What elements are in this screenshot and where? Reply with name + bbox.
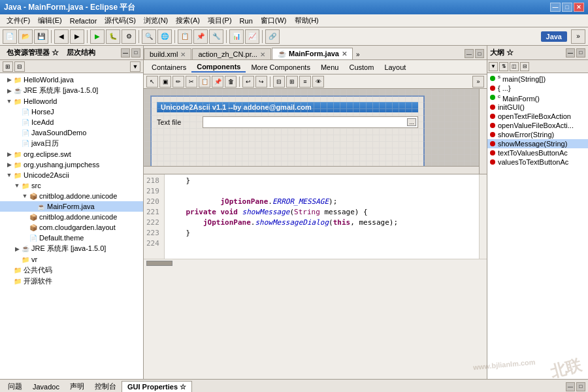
tree-item-javasound[interactable]: 📄 JavaSoundDemo — [0, 127, 143, 138]
tree-collapse-button[interactable]: ⊞ — [3, 61, 13, 72]
tab-gui-properties[interactable]: GUI Properties ☆ — [122, 381, 192, 393]
tb-back-button[interactable]: ◀ — [54, 29, 69, 44]
menu-search[interactable]: 搜索(A) — [172, 15, 204, 26]
code-hscroll[interactable] — [144, 259, 487, 267]
outline-texttovalues[interactable]: textToValuesButtonAc — [487, 148, 588, 157]
menu-run[interactable]: Run — [236, 16, 257, 25]
outline-sort-button[interactable]: ⇅ — [499, 62, 508, 71]
code-vscroll[interactable] — [479, 174, 487, 259]
designer-vscroll[interactable] — [479, 89, 487, 174]
tb-misc2-button[interactable]: 📌 — [193, 29, 208, 44]
panel-minimize-button[interactable]: — — [121, 48, 130, 57]
tree-item-cnitblog1[interactable]: ▼ 📦 cnitblog.addone.unicode — [0, 191, 143, 201]
tb-debug-button[interactable]: 🐛 — [106, 29, 120, 44]
panel-maximize-button[interactable]: □ — [131, 48, 140, 57]
tab-overflow-button[interactable]: » — [353, 50, 363, 59]
tb-run-button[interactable]: ▶ — [90, 29, 105, 44]
dt-delete-button[interactable]: 🗑 — [225, 76, 237, 88]
text-file-input[interactable]: ... — [203, 116, 418, 128]
tab-hierarchy[interactable]: 层次结构 — [63, 46, 99, 59]
dt-view-button[interactable]: 👁 — [312, 76, 324, 88]
outline-showmessage[interactable]: showMessage(String) — [487, 139, 588, 148]
menu-edit[interactable]: 编辑(E) — [34, 15, 66, 26]
menu-file[interactable]: 文件(F) — [3, 15, 34, 26]
tb-misc6-button[interactable]: 🔗 — [265, 29, 280, 44]
tree-item-eclipse-swt[interactable]: ▶ 📁 org.eclipse.swt — [0, 149, 143, 159]
designer-tab-layout[interactable]: Layout — [379, 63, 411, 72]
tree-item-helloworld[interactable]: ▶ 📁 HelloWorld.java — [0, 74, 143, 85]
designer-tab-more[interactable]: More Components — [246, 63, 316, 72]
menu-window[interactable]: 窗口(W) — [257, 15, 291, 26]
bottom-maximize-button[interactable]: □ — [576, 382, 585, 391]
outline-ctor[interactable]: c MainForm() — [487, 93, 588, 103]
tree-filter-button[interactable]: ▼ — [130, 61, 140, 72]
tree-item-opensource[interactable]: 📁 开源软件 — [0, 276, 143, 287]
dt-pencil-button[interactable]: ✏ — [172, 76, 184, 88]
tb-search-button[interactable]: 🔍 — [142, 29, 156, 44]
tb-globe-button[interactable]: 🌐 — [157, 29, 172, 44]
dt-paste-button[interactable]: 📌 — [212, 76, 223, 88]
dt-align-button[interactable]: ⊟ — [273, 76, 285, 88]
tb-misc3-button[interactable]: 🔧 — [209, 29, 223, 44]
editor-minimize-button[interactable]: — — [465, 49, 474, 58]
tab-buildxml[interactable]: build.xml ✕ — [144, 48, 191, 59]
close-action-button[interactable]: ✕ — [260, 51, 265, 58]
outline-expand-button[interactable]: □ — [576, 48, 585, 57]
close-mainform-button[interactable]: ✕ — [342, 50, 347, 57]
outline-initgui[interactable]: initGUI() — [487, 103, 588, 112]
dt-cut-button[interactable]: ✂ — [186, 76, 197, 88]
tb-misc4-button[interactable]: 📊 — [229, 29, 244, 44]
outline-braces[interactable]: { ...} — [487, 84, 588, 93]
maximize-button[interactable]: □ — [562, 3, 572, 12]
hscroll-thumb[interactable] — [146, 261, 172, 266]
menu-source[interactable]: 源代码(S) — [101, 15, 140, 26]
tree-item-horsej[interactable]: 📄 HorseJ — [0, 106, 143, 117]
close-button[interactable]: ✕ — [574, 3, 584, 12]
menu-help[interactable]: 帮助(H) — [291, 15, 323, 26]
dt-copy-button[interactable]: 📋 — [199, 76, 210, 88]
browse-button[interactable]: ... — [407, 118, 416, 126]
outline-openvalue[interactable]: openValueFileBoxActi... — [487, 121, 588, 130]
tab-action[interactable]: action_zh_CN.pr... ✕ — [192, 48, 271, 59]
tab-declaration[interactable]: 声明 — [65, 380, 90, 392]
tree-item-iceadd[interactable]: 📄 IceAdd — [0, 117, 143, 127]
tab-package-explorer[interactable]: 包资源管理器 ☆ — [3, 46, 63, 59]
close-buildxml-button[interactable]: ✕ — [180, 51, 186, 58]
outline-collapse-all-button[interactable]: ⊟ — [520, 62, 529, 71]
tree-item-jre1[interactable]: ▶ ☕ JRE 系统库 [java-1.5.0] — [0, 85, 143, 96]
tree-item-yushang[interactable]: ▶ 📁 org.yushang.jumpchess — [0, 159, 143, 170]
tb-misc5-button[interactable]: 📈 — [245, 29, 259, 44]
tree-item-jre2[interactable]: ▶ ☕ JRE 系统库 [java-1.5.0] — [0, 243, 143, 254]
tb-forward-button[interactable]: ▶ — [70, 29, 84, 44]
tb-more-button[interactable]: » — [571, 29, 585, 44]
tab-mainform[interactable]: ☕ MainForm.java ✕ — [272, 48, 353, 59]
outline-collapse-button[interactable]: — — [566, 48, 575, 57]
outline-valuestotext[interactable]: valuesToTextButtonAc — [487, 157, 588, 167]
outline-showerror[interactable]: showError(String) — [487, 130, 588, 139]
tree-item-cnitblog2[interactable]: 📦 cnitblog.addone.unicode — [0, 212, 143, 222]
tb-save-button[interactable]: 💾 — [34, 29, 48, 44]
designer-tab-custom[interactable]: Custom — [344, 63, 379, 72]
menu-refactor[interactable]: Refactor — [66, 16, 101, 25]
dt-undo-button[interactable]: ↩ — [242, 76, 254, 88]
tb-new-button[interactable]: 📄 — [3, 29, 17, 44]
tree-item-cloudgarden[interactable]: 📦 com.cloudgarden.layout — [0, 222, 143, 233]
tree-item-vr[interactable]: 📁 vr — [0, 254, 143, 265]
dt-grid-button[interactable]: ⊞ — [286, 76, 298, 88]
tree-item-javacal[interactable]: 📄 java日历 — [0, 138, 143, 149]
tab-problems[interactable]: 问题 — [3, 380, 27, 392]
tab-console[interactable]: 控制台 — [90, 380, 122, 392]
outline-opentext[interactable]: openTextFileBoxAction — [487, 112, 588, 121]
tab-javadoc[interactable]: Javadoc — [27, 382, 65, 392]
tb-ext-button[interactable]: ⚙ — [122, 29, 136, 44]
tree-expand-button[interactable]: ⊟ — [14, 61, 25, 72]
bottom-minimize-button[interactable]: — — [566, 382, 575, 391]
tree-item-public[interactable]: 📁 公共代码 — [0, 265, 143, 276]
outline-main[interactable]: s main(String[]) — [487, 73, 588, 84]
tree-item-helloworld2[interactable]: ▼ 📁 Helloworld — [0, 96, 143, 106]
dt-select-button[interactable]: ▣ — [159, 76, 171, 88]
tree-item-unicode[interactable]: ▼ 📁 Unicode2Ascii — [0, 170, 143, 180]
menu-browse[interactable]: 浏览(N) — [140, 15, 172, 26]
tb-open-button[interactable]: 📂 — [18, 29, 33, 44]
tree-item-mainform[interactable]: ☕ MainForm.java — [0, 201, 143, 212]
